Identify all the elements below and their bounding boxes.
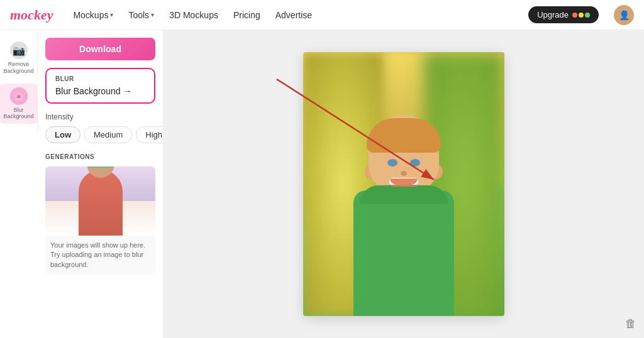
intensity-high[interactable]: High [136, 126, 164, 143]
remove-bg-label: Remove Background [3, 61, 33, 75]
blur-bg-icon: 🌸 [10, 87, 28, 105]
chevron-down-icon: ▾ [110, 11, 113, 18]
generation-caption: Your images will show up here. Try uploa… [45, 236, 155, 275]
navbar: mockey Mockups ▾ Tools ▾ 3D Mockups Pric… [0, 0, 644, 30]
boy-figure [335, 65, 473, 316]
intensity-buttons: Low Medium High [45, 126, 155, 143]
generations-section: GENERATIONS Y [45, 153, 155, 275]
nav-pricing[interactable]: Pricing [233, 10, 260, 20]
main-image [303, 52, 504, 316]
generations-title: GENERATIONS [45, 153, 155, 160]
tool-icons-strip: 📷 Remove Background 🌸 Blur Background [0, 30, 38, 131]
main-layout: 📷 Remove Background 🌸 Blur Background Do… [0, 30, 644, 338]
nav-tools[interactable]: Tools ▾ [128, 10, 154, 20]
logo: mockey [10, 7, 53, 23]
intensity-medium[interactable]: Medium [84, 126, 132, 143]
generation-card: Your images will show up here. Try uploa… [45, 166, 155, 275]
blur-background-tool[interactable]: 🌸 Blur Background [0, 84, 38, 124]
user-avatar[interactable]: 👤 [614, 5, 634, 25]
nav-advertise[interactable]: Advertise [275, 10, 312, 20]
nav-mockups[interactable]: Mockups ▾ [73, 10, 113, 20]
intensity-low[interactable]: Low [45, 126, 80, 143]
nav-3d-mockups[interactable]: 3D Mockups [169, 10, 218, 20]
remove-bg-icon: 📷 [10, 41, 28, 59]
intensity-section: Intensity Low Medium High [45, 112, 155, 143]
chevron-down-icon: ▾ [151, 11, 154, 18]
content-area: 🗑 [164, 30, 644, 338]
delete-button[interactable]: 🗑 [625, 317, 636, 330]
upgrade-dots [572, 13, 590, 18]
download-button[interactable]: Download [45, 38, 155, 60]
upgrade-button[interactable]: Upgrade [528, 6, 599, 23]
blur-card-title: BLUR [55, 75, 145, 82]
trash-icon: 🗑 [625, 317, 636, 330]
blur-bg-label: Blur Background [3, 107, 33, 121]
generation-image [45, 166, 155, 236]
blur-card: BLUR Blur Background → [45, 68, 155, 104]
intensity-label: Intensity [45, 112, 155, 121]
sidebar-content: Download BLUR Blur Background → Intensit… [45, 38, 155, 275]
blur-background-link[interactable]: Blur Background → [55, 86, 145, 96]
remove-background-tool[interactable]: 📷 Remove Background [0, 38, 38, 79]
